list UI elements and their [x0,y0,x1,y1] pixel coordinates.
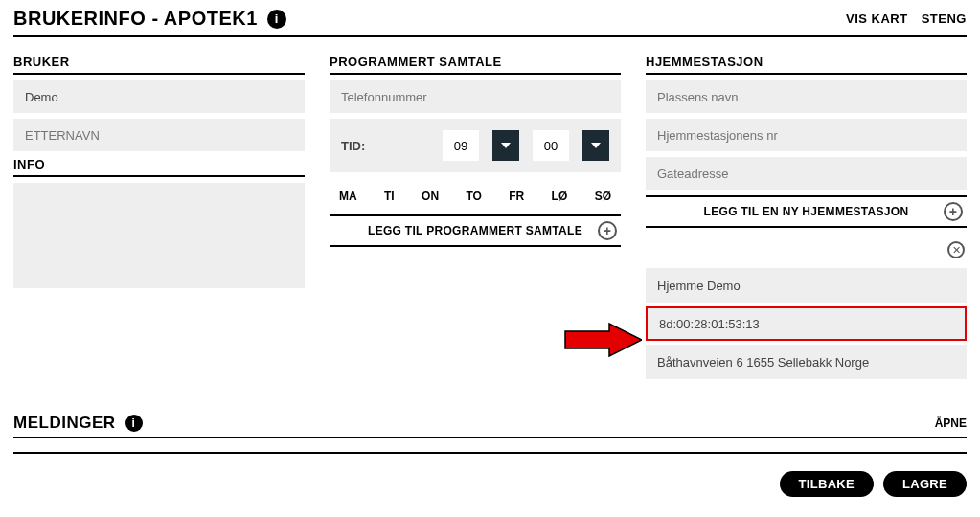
header-actions: VIS KART STENG [846,11,967,26]
station-name-row: Hjemme Demo [646,268,967,303]
col-bruker: BRUKER INFO [13,55,305,383]
section-title-samtale: PROGRAMMERT SAMTALE [330,55,621,75]
day-fr[interactable]: FR [509,190,524,203]
info-icon[interactable]: i [125,415,143,432]
day-lo[interactable]: LØ [552,190,568,203]
minute-dropdown[interactable] [582,130,609,161]
tid-row: TID: 09 00 [330,119,621,172]
phone-input[interactable] [330,80,621,113]
add-samtale-label: LEGG TIL PROGRAMMERT SAMTALE [368,224,582,237]
info-textarea[interactable] [13,183,305,288]
add-samtale-row[interactable]: LEGG TIL PROGRAMMERT SAMTALE + [330,216,621,247]
station-addr-input[interactable] [646,157,967,190]
apne-link[interactable]: ÅPNE [935,416,967,430]
station-mac-row: 8d:00:28:01:53:13 [646,306,967,341]
arrow-icon [563,320,642,360]
meldinger-title: MELDINGER i [13,414,143,433]
day-ma[interactable]: MA [339,190,357,203]
tilbake-button[interactable]: TILBAKE [780,471,874,497]
page-title-text: BRUKERINFO - APOTEK1 [13,8,258,30]
day-so[interactable]: SØ [595,190,611,203]
chevron-down-icon [591,143,601,148]
chevron-down-icon [501,143,511,148]
add-station-label: LEGG TIL EN NY HJEMMESTASJON [704,205,909,218]
day-ti[interactable]: TI [384,190,395,203]
station-card: ✕ Hjemme Demo 8d:00:28:01:53:13 Båthavnv… [646,268,967,379]
days-row: MA TI ON TO FR LØ SØ [330,172,621,216]
steng-link[interactable]: STENG [922,11,967,26]
lastname-input[interactable] [13,119,305,151]
lagre-button[interactable]: LAGRE [883,471,967,497]
close-icon[interactable]: ✕ [947,241,965,258]
firstname-input[interactable] [13,80,305,113]
section-title-hjemmestasjon: HJEMMESTASJON [646,55,967,75]
meldinger-title-text: MELDINGER [13,414,116,433]
col-hjemmestasjon: HJEMMESTASJON LEGG TIL EN NY HJEMMESTASJ… [646,55,967,383]
vis-kart-link[interactable]: VIS KART [846,11,908,26]
meldinger-section: MELDINGER i ÅPNE [13,412,967,438]
main-columns: BRUKER INFO PROGRAMMERT SAMTALE TID: 09 … [13,55,967,383]
station-nr-input[interactable] [646,119,967,151]
section-title-bruker: BRUKER [13,55,305,75]
header: BRUKERINFO - APOTEK1 i VIS KART STENG [13,8,967,37]
minute-value: 00 [533,130,569,161]
footer-buttons: TILBAKE LAGRE [13,471,967,497]
add-station-row[interactable]: LEGG TIL EN NY HJEMMESTASJON + [646,195,967,228]
station-name-input[interactable] [646,80,967,113]
section-title-info: INFO [13,157,305,177]
info-icon[interactable]: i [267,10,286,29]
plus-icon[interactable]: + [598,221,617,240]
svg-marker-0 [565,324,642,356]
page-title: BRUKERINFO - APOTEK1 i [13,8,286,30]
station-address-row: Båthavnveien 6 1655 Sellebakk Norge [646,345,967,379]
tid-label: TID: [341,139,379,153]
hour-dropdown[interactable] [492,130,519,161]
day-to[interactable]: TO [466,190,481,203]
plus-icon[interactable]: + [944,202,963,221]
hour-value: 09 [443,130,479,161]
day-on[interactable]: ON [422,190,439,203]
divider [13,452,967,454]
